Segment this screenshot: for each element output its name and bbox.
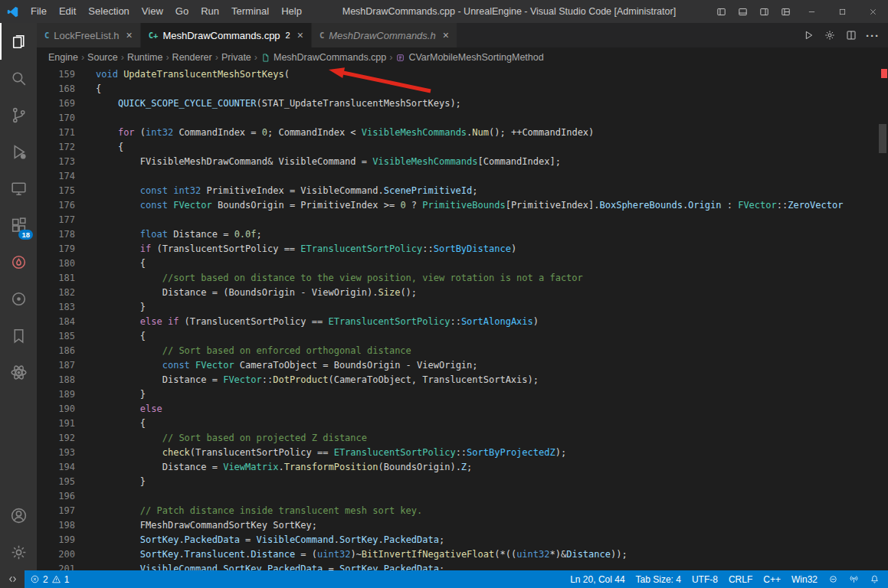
tab-meshdrawcommands-cpp[interactable]: C+MeshDrawCommands.cpp2×	[141, 23, 312, 47]
breadcrumb-item-engine[interactable]: Engine	[48, 52, 78, 63]
code-line: 181 //sort based on distance to the view…	[37, 271, 888, 286]
status-bar: 21 Ln 20, Col 44Tab Size: 4UTF-8CRLFC++W…	[0, 570, 888, 588]
breadcrumb-item-renderer[interactable]: Renderer	[172, 52, 212, 63]
vertical-scrollbar-thumb[interactable]	[879, 124, 886, 153]
tab-close-icon[interactable]: ×	[126, 30, 133, 41]
notifications-bell-icon[interactable]	[864, 570, 885, 588]
customize-layout-icon[interactable]	[775, 0, 796, 23]
code-line: 188 Distance = FVector::DotProduct(Camer…	[37, 373, 888, 387]
code-line: 174	[37, 169, 888, 184]
line-number: 192	[37, 431, 75, 446]
remote-indicator-icon[interactable]	[0, 570, 25, 588]
settings-icon[interactable]	[0, 534, 37, 570]
explorer-icon[interactable]	[0, 23, 37, 60]
breadcrumb-item-runtime[interactable]: Runtime	[127, 52, 163, 63]
code-editor[interactable]: 159void UpdateTranslucentMeshSortKeys(16…	[37, 67, 888, 570]
extension-circle-icon[interactable]	[0, 280, 37, 317]
extension-red-icon[interactable]	[0, 243, 37, 280]
search-icon[interactable]	[0, 60, 37, 96]
line-number: 199	[37, 533, 75, 547]
minimize-button[interactable]	[796, 0, 827, 23]
code-line: 195 }	[37, 475, 888, 489]
code-line: 194 Distance = ViewMatrix.TransformPosit…	[37, 460, 888, 475]
line-number: 196	[37, 489, 75, 504]
broadcast-icon[interactable]	[844, 570, 864, 588]
breadcrumb-separator-icon: ›	[215, 52, 218, 63]
accounts-icon[interactable]	[0, 497, 37, 534]
extensions-icon[interactable]: 18	[0, 207, 37, 243]
toggle-secondary-sidebar-icon[interactable]	[753, 0, 775, 23]
status-utf-8[interactable]: UTF-8	[686, 570, 723, 588]
more-actions-icon[interactable]: ···	[862, 23, 883, 47]
menu-help[interactable]: Help	[275, 0, 308, 23]
remote-explorer-icon[interactable]	[0, 170, 37, 207]
bookmarks-icon[interactable]	[0, 317, 37, 354]
tab-meshdrawcommands-h[interactable]: CMeshDrawCommands.h×	[312, 23, 457, 47]
breadcrumb-item-source[interactable]: Source	[87, 52, 118, 63]
maximize-button[interactable]	[827, 0, 857, 23]
line-content: const FVector BoundsOrigin = PrimitiveIn…	[75, 198, 843, 213]
tab-label: MeshDrawCommands.h	[329, 30, 435, 41]
line-number: 179	[37, 242, 75, 256]
line-content: {	[75, 416, 146, 431]
menu-edit[interactable]: Edit	[53, 0, 82, 23]
line-number: 187	[37, 358, 75, 373]
line-content: check(TranslucentSortPolicy == ETransluc…	[75, 446, 566, 460]
line-number: 184	[37, 315, 75, 329]
code-line: 186 // Sort based on enforced orthogonal…	[37, 344, 888, 358]
line-content: FMeshDrawCommandSortKey SortKey;	[75, 518, 317, 533]
status-crlf[interactable]: CRLF	[723, 570, 758, 588]
menu-terminal[interactable]: Terminal	[225, 0, 275, 23]
atom-icon[interactable]	[0, 354, 37, 390]
line-content: if (TranslucentSortPolicy == ETranslucen…	[75, 242, 516, 256]
settings-gear-icon[interactable]	[819, 23, 840, 47]
code-line: 184 else if (TranslucentSortPolicy == ET…	[37, 315, 888, 329]
close-button[interactable]	[857, 0, 888, 23]
breadcrumb-item-cvarmobilemeshsortingmethod[interactable]: CVarMobileMeshSortingMethod	[395, 52, 543, 63]
breadcrumb-label: Runtime	[127, 52, 163, 63]
line-content: else if (TranslucentSortPolicy == ETrans…	[75, 315, 539, 329]
status-tab-size-4[interactable]: Tab Size: 4	[631, 570, 686, 588]
menu-go[interactable]: Go	[169, 0, 195, 23]
code-line: 179 if (TranslucentSortPolicy == ETransl…	[37, 242, 888, 256]
line-number: 159	[37, 67, 75, 82]
status-ln-20-col-44[interactable]: Ln 20, Col 44	[565, 570, 630, 588]
breadcrumb-label: Renderer	[172, 52, 212, 63]
menu-selection[interactable]: Selection	[82, 0, 135, 23]
line-number: 189	[37, 387, 75, 402]
run-and-debug-icon[interactable]	[0, 133, 37, 170]
code-line: 185 {	[37, 329, 888, 344]
status-win32[interactable]: Win32	[786, 570, 823, 588]
menu-view[interactable]: View	[136, 0, 169, 23]
run-cpp-file-icon[interactable]	[798, 23, 819, 47]
vscode-window: FileEditSelectionViewGoRunTerminalHelp M…	[0, 0, 888, 588]
line-content: FVisibleMeshDrawCommand& VisibleCommand …	[75, 155, 561, 169]
split-editor-icon[interactable]	[840, 23, 862, 47]
window-controls	[796, 0, 888, 23]
title-bar: FileEditSelectionViewGoRunTerminalHelp M…	[0, 0, 888, 23]
code-line: 192 // Sort based on projected Z distanc…	[37, 431, 888, 446]
toggle-primary-sidebar-icon[interactable]	[710, 0, 732, 23]
line-number: 194	[37, 460, 75, 475]
breadcrumb-label: Engine	[48, 52, 78, 63]
problems-indicator[interactable]: 21	[25, 570, 74, 588]
file-type-icon: C+	[149, 31, 159, 40]
status-circle-icon[interactable]	[823, 570, 844, 588]
menu-bar: FileEditSelectionViewGoRunTerminalHelp	[25, 0, 308, 23]
code-line: 173 FVisibleMeshDrawCommand& VisibleComm…	[37, 155, 888, 169]
toggle-panel-icon[interactable]	[732, 0, 753, 23]
menu-file[interactable]: File	[25, 0, 53, 23]
status-c[interactable]: C++	[758, 570, 786, 588]
tab-close-icon[interactable]: ×	[297, 30, 303, 41]
code-line: 170	[37, 111, 888, 126]
menu-run[interactable]: Run	[195, 0, 225, 23]
line-content: //sort based on distance to the view pos…	[75, 271, 583, 286]
breadcrumb-item-private[interactable]: Private	[221, 52, 251, 63]
source-control-icon[interactable]	[0, 96, 37, 133]
file-type-icon: C	[319, 31, 324, 40]
line-number: 171	[37, 126, 75, 140]
tab-lockfreelist-h[interactable]: CLockFreeList.h×	[37, 23, 141, 47]
tab-close-icon[interactable]: ×	[443, 30, 449, 41]
line-content: Distance = ViewMatrix.TransformPosition(…	[75, 460, 472, 475]
breadcrumb-item-meshdrawcommands-cpp[interactable]: MeshDrawCommands.cpp	[261, 52, 386, 63]
